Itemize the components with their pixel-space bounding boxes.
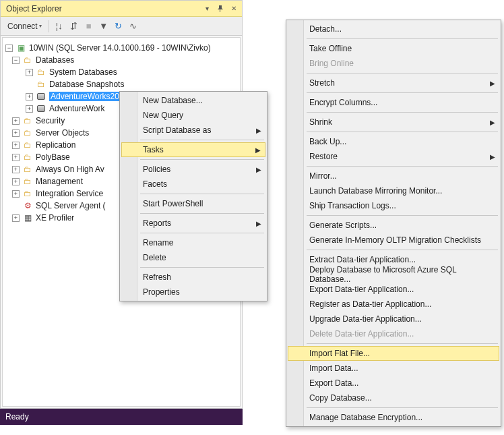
menu-ship-transaction-logs[interactable]: Ship Transaction Logs...	[288, 198, 499, 213]
menu-policies[interactable]: Policies▶	[121, 162, 265, 177]
disconnect-all-icon[interactable]: ⇵	[68, 20, 80, 32]
menu-tasks[interactable]: Tasks▶	[121, 142, 265, 157]
submenu-arrow-icon: ▶	[490, 119, 495, 126]
activity-icon[interactable]: ∿	[127, 20, 139, 32]
menu-separator	[307, 132, 498, 132]
collapse-icon[interactable]: −	[12, 57, 20, 64]
menu-separator	[307, 38, 498, 39]
tree-databases-node[interactable]: − 🗀 Databases	[3, 54, 240, 66]
menu-import-flat-file[interactable]: Import Flat File...	[288, 346, 499, 361]
menu-delete[interactable]: Delete	[121, 250, 265, 265]
folder-icon: 🗀	[22, 140, 33, 150]
expand-icon[interactable]: +	[26, 69, 33, 76]
menu-properties[interactable]: Properties	[121, 285, 265, 299]
menu-manage-encryption[interactable]: Manage Database Encryption...	[288, 410, 499, 425]
menu-separator	[307, 250, 498, 250]
menu-register-datatier[interactable]: Register as Data-tier Application...	[288, 297, 499, 312]
tree-server-node[interactable]: − ▣ 10WIN (SQL Server 14.0.1000.169 - 10…	[3, 42, 240, 54]
tasks-submenu: Detach... Take Offline Bring Online Stre…	[286, 20, 501, 427]
xe-icon: ▦	[22, 213, 33, 223]
database-icon	[36, 104, 46, 113]
menu-separator	[307, 73, 498, 74]
submenu-arrow-icon: ▶	[490, 80, 495, 87]
folder-icon: 🗀	[22, 55, 33, 65]
menu-delete-datatier: Delete Data-tier Application...	[288, 326, 499, 341]
submenu-arrow-icon: ▶	[256, 220, 261, 227]
expand-icon[interactable]: +	[12, 166, 20, 173]
folder-icon: 🗀	[22, 189, 33, 198]
connect-button[interactable]: Connect ▾	[5, 20, 44, 32]
menu-upgrade-datatier[interactable]: Upgrade Data-tier Application...	[288, 312, 499, 326]
menu-start-powershell[interactable]: Start PowerShell	[121, 196, 265, 211]
panel-titlebar: Object Explorer ▾ ✕	[1, 1, 242, 17]
menu-new-query[interactable]: New Query	[121, 108, 265, 123]
menu-export-datatier[interactable]: Export Data-tier Application...	[288, 282, 499, 297]
tree-label: Management	[36, 177, 83, 186]
expand-icon[interactable]: +	[12, 190, 20, 198]
tree-label: System Databases	[49, 67, 117, 77]
expand-icon[interactable]: +	[26, 93, 33, 100]
menu-export-data[interactable]: Export Data...	[288, 376, 499, 390]
menu-restore[interactable]: Restore▶	[288, 149, 499, 164]
expand-icon[interactable]: +	[26, 105, 33, 113]
menu-reports[interactable]: Reports▶	[121, 216, 265, 231]
menu-script-database-as[interactable]: Script Database as▶	[121, 123, 265, 138]
tree-label-selected: AdventureWorks2014	[49, 92, 129, 101]
menu-separator	[140, 267, 264, 268]
connect-label: Connect	[7, 22, 38, 31]
menu-deploy-to-azure[interactable]: Deploy Database to Microsoft Azure SQL D…	[288, 267, 499, 282]
menu-copy-database[interactable]: Copy Database...	[288, 390, 499, 405]
menu-take-offline[interactable]: Take Offline	[288, 41, 499, 56]
tree-label: Security	[36, 116, 65, 125]
filter-icon[interactable]: ▼	[98, 20, 110, 32]
folder-icon: 🗀	[36, 80, 46, 89]
object-explorer-toolbar: Connect ▾ ¦↓ ⇵ ■ ▼ ↻ ∿	[1, 17, 242, 36]
menu-launch-mirroring-monitor[interactable]: Launch Database Mirroring Monitor...	[288, 183, 499, 198]
collapse-icon[interactable]: −	[5, 45, 13, 52]
disconnect-icon[interactable]: ¦↓	[53, 20, 65, 32]
agent-icon: ⚙	[22, 201, 33, 210]
expand-icon[interactable]: +	[12, 129, 20, 137]
menu-import-data[interactable]: Import Data...	[288, 361, 499, 376]
menu-new-database[interactable]: New Database...	[121, 93, 265, 108]
stop-icon: ■	[83, 20, 95, 32]
tree-label: SQL Server Agent (	[36, 201, 106, 210]
menu-facets[interactable]: Facets	[121, 177, 265, 192]
menu-separator	[307, 92, 498, 93]
tree-label: AdventureWork	[49, 104, 104, 113]
tree-label: XE Profiler	[36, 213, 74, 223]
menu-refresh[interactable]: Refresh	[121, 270, 265, 285]
menu-rename[interactable]: Rename	[121, 235, 265, 250]
tree-snapshots-node[interactable]: + 🗀 Database Snapshots	[3, 78, 240, 90]
tree-systemdb-node[interactable]: + 🗀 System Databases	[3, 66, 240, 78]
expand-icon[interactable]: +	[12, 214, 20, 222]
tree-label: PolyBase	[36, 152, 70, 162]
window-menu-icon[interactable]: ▾	[201, 4, 212, 13]
menu-back-up[interactable]: Back Up...	[288, 134, 499, 149]
menu-generate-scripts[interactable]: Generate Scripts...	[288, 218, 499, 233]
tree-label: Integration Service	[36, 189, 103, 198]
menu-generate-inmemory-checklists[interactable]: Generate In-Memory OLTP Migration Checkl…	[288, 233, 499, 248]
menu-shrink[interactable]: Shrink▶	[288, 115, 499, 129]
expand-icon[interactable]: +	[12, 142, 20, 149]
refresh-icon[interactable]: ↻	[113, 20, 125, 32]
pin-icon[interactable]	[215, 4, 226, 13]
menu-separator	[140, 213, 264, 214]
menu-bring-online: Bring Online	[288, 56, 499, 71]
expand-icon[interactable]: +	[12, 178, 20, 185]
close-icon[interactable]: ✕	[228, 4, 239, 13]
menu-stretch[interactable]: Stretch▶	[288, 76, 499, 90]
chevron-down-icon: ▾	[39, 23, 42, 29]
server-icon: ▣	[15, 43, 26, 53]
menu-mirror[interactable]: Mirror...	[288, 169, 499, 183]
expand-icon[interactable]: +	[12, 117, 20, 125]
menu-separator	[307, 112, 498, 113]
menu-encrypt-columns[interactable]: Encrypt Columns...	[288, 95, 499, 110]
submenu-arrow-icon: ▶	[256, 166, 261, 173]
menu-detach[interactable]: Detach...	[288, 22, 499, 36]
menu-separator	[140, 194, 264, 194]
menu-separator	[140, 159, 264, 160]
expand-icon[interactable]: +	[12, 154, 20, 161]
menu-separator	[307, 343, 498, 344]
status-bar: Ready	[0, 409, 243, 425]
